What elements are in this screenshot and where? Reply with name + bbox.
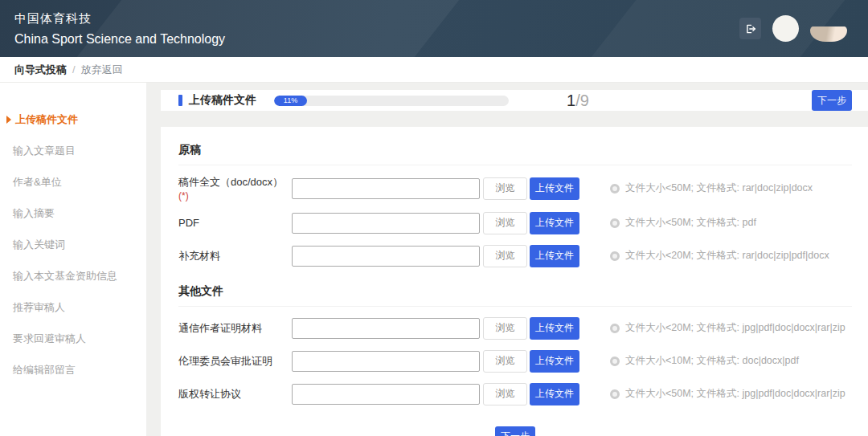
step-current: 1 <box>567 92 575 109</box>
file-path-input-ethics-approval[interactable] <box>292 351 480 372</box>
sidebar-item-label: 输入文章题目 <box>13 144 76 158</box>
sidebar-item-label: 作者&单位 <box>13 175 62 189</box>
file-hint: 文件大小<20M; 文件格式: rar|doc|zip|pdf|docx <box>610 249 829 263</box>
info-circle-icon <box>610 251 620 261</box>
breadcrumb-current: 向导式投稿 <box>14 63 67 77</box>
header-right <box>739 15 847 42</box>
field-label: PDF <box>178 216 292 230</box>
file-hint: 文件大小<50M; 文件格式: rar|doc|zip|docx <box>610 181 813 195</box>
sidebar-item-authors-affiliations[interactable]: 作者&单位 <box>0 166 146 198</box>
upload-form-card: 原稿 稿件全文（doc/docx） (*) 浏览 上传文件 文件大小<50M; … <box>161 127 868 436</box>
info-circle-icon <box>610 389 620 399</box>
info-circle-icon <box>610 357 620 366</box>
site-title-en: China Sport Science and Technology <box>14 32 225 47</box>
sidebar-item-fund-info[interactable]: 输入本文基金资助信息 <box>0 260 146 291</box>
sidebar-item-label: 要求回避审稿人 <box>13 332 86 346</box>
progress-header: 上传稿件文件 11% 1/9 下一步 <box>161 90 868 111</box>
brand: 中国体育科技 China Sport Science and Technolog… <box>14 11 225 47</box>
divider <box>178 165 852 165</box>
logout-icon <box>745 23 756 35</box>
file-path-input-corresponding-author-proof[interactable] <box>292 318 480 339</box>
sidebar-item-label: 推荐审稿人 <box>13 300 65 315</box>
field-label: 版权转让协议 <box>178 387 292 401</box>
field-label: 稿件全文（doc/docx） (*) <box>178 175 292 202</box>
form-row-supplementary: 补充材料 浏览 上传文件 文件大小<20M; 文件格式: rar|doc|zip… <box>178 244 852 268</box>
step-counter: 1/9 <box>567 92 589 110</box>
sidebar-item-upload-files[interactable]: 上传稿件文件 <box>0 104 146 135</box>
browse-button[interactable]: 浏览 <box>483 317 527 340</box>
browse-button[interactable]: 浏览 <box>483 383 527 405</box>
file-hint: 文件大小<50M; 文件格式: jpg|pdf|doc|docx|rar|zip <box>610 387 845 401</box>
field-label: 通信作者证明材料 <box>178 321 292 336</box>
form-row-manuscript-fulltext: 稿件全文（doc/docx） (*) 浏览 上传文件 文件大小<50M; 文件格… <box>178 175 852 202</box>
upload-file-button[interactable]: 上传文件 <box>530 177 579 200</box>
sidebar-item-label: 输入本文基金资助信息 <box>13 269 117 283</box>
breadcrumb-abandon-return-link[interactable]: 放弃返回 <box>81 63 123 77</box>
upload-file-button[interactable]: 上传文件 <box>530 317 579 340</box>
sidebar-item-article-title[interactable]: 输入文章题目 <box>0 135 146 166</box>
upload-file-button[interactable]: 上传文件 <box>530 350 579 373</box>
sidebar-item-avoid-reviewers[interactable]: 要求回避审稿人 <box>0 323 146 354</box>
progress-percent-label: 11% <box>284 96 297 104</box>
avatar-partial[interactable] <box>810 26 847 42</box>
step-marker-icon <box>178 95 182 106</box>
upload-file-button[interactable]: 上传文件 <box>530 212 579 234</box>
main-panel: 上传稿件文件 11% 1/9 下一步 原稿 稿件全文（doc/docx） (*)… <box>161 83 868 436</box>
upload-file-button[interactable]: 上传文件 <box>530 245 579 267</box>
section-title-other-files: 其他文件 <box>178 284 852 299</box>
divider <box>178 306 852 307</box>
file-hint: 文件大小<50M; 文件格式: pdf <box>610 216 756 230</box>
info-circle-icon <box>610 324 620 333</box>
sidebar-item-label: 上传稿件文件 <box>15 112 78 127</box>
browse-button[interactable]: 浏览 <box>483 245 527 267</box>
breadcrumb: 向导式投稿 / 放弃返回 <box>0 57 868 83</box>
avatar[interactable] <box>772 15 799 42</box>
file-path-input-supplementary[interactable] <box>292 246 480 267</box>
info-circle-icon <box>610 218 620 228</box>
file-hint: 文件大小<10M; 文件格式: doc|docx|pdf <box>610 354 799 368</box>
form-row-copyright-agreement: 版权转让协议 浏览 上传文件 文件大小<50M; 文件格式: jpg|pdf|d… <box>178 382 852 406</box>
top-header: 中国体育科技 China Sport Science and Technolog… <box>0 0 868 57</box>
file-path-input-manuscript-fulltext[interactable] <box>292 178 480 199</box>
browse-button[interactable]: 浏览 <box>483 350 527 373</box>
step-total: /9 <box>575 92 589 109</box>
browse-button[interactable]: 浏览 <box>483 212 527 234</box>
sidebar-item-label: 输入关键词 <box>13 238 65 252</box>
upload-file-button[interactable]: 上传文件 <box>530 383 579 405</box>
file-hint: 文件大小<20M; 文件格式: jpg|pdf|doc|docx|rar|zip <box>610 321 845 335</box>
form-row-corresponding-author-proof: 通信作者证明材料 浏览 上传文件 文件大小<20M; 文件格式: jpg|pdf… <box>178 316 852 340</box>
wizard-steps-sidebar: 上传稿件文件 输入文章题目 作者&单位 输入摘要 输入关键词 输入本文基金资助信… <box>0 83 146 436</box>
sidebar-item-message-to-editors[interactable]: 给编辑部留言 <box>0 354 146 385</box>
field-label: 补充材料 <box>178 249 292 263</box>
sidebar-item-recommend-reviewers[interactable]: 推荐审稿人 <box>0 291 146 323</box>
active-step-arrow-icon <box>6 116 11 124</box>
field-label: 伦理委员会审批证明 <box>178 354 292 369</box>
breadcrumb-separator: / <box>72 63 76 75</box>
site-title-zh: 中国体育科技 <box>14 11 225 26</box>
required-mark: (*) <box>178 189 292 202</box>
logout-button[interactable] <box>739 18 761 39</box>
form-row-ethics-approval: 伦理委员会审批证明 浏览 上传文件 文件大小<10M; 文件格式: doc|do… <box>178 349 852 373</box>
file-path-input-copyright-agreement[interactable] <box>292 384 480 405</box>
bottom-action-bar: 下一步 <box>178 426 852 436</box>
browse-button[interactable]: 浏览 <box>483 177 527 200</box>
next-step-button-bottom[interactable]: 下一步 <box>495 426 535 436</box>
step-title: 上传稿件文件 <box>189 93 256 108</box>
next-step-button-top[interactable]: 下一步 <box>812 90 852 111</box>
file-path-input-pdf[interactable] <box>292 213 480 234</box>
section-title-original-manuscript: 原稿 <box>178 143 852 157</box>
form-row-pdf: PDF 浏览 上传文件 文件大小<50M; 文件格式: pdf <box>178 211 852 235</box>
progress-bar: 11% <box>274 96 509 106</box>
info-circle-icon <box>610 184 620 194</box>
content: 上传稿件文件 输入文章题目 作者&单位 输入摘要 输入关键词 输入本文基金资助信… <box>0 83 868 436</box>
progress-fill: 11% <box>274 96 307 106</box>
sidebar-item-keywords[interactable]: 输入关键词 <box>0 229 146 260</box>
sidebar-item-abstract[interactable]: 输入摘要 <box>0 198 146 229</box>
sidebar-item-label: 给编辑部留言 <box>13 363 76 377</box>
sidebar-item-label: 输入摘要 <box>13 206 55 221</box>
